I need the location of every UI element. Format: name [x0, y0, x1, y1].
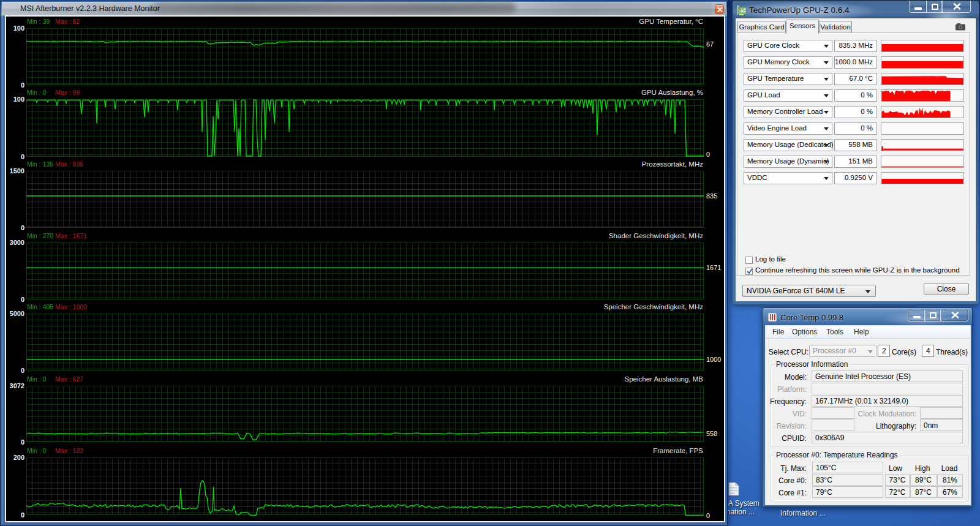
svg-text:3072: 3072	[10, 382, 24, 389]
svg-text:0: 0	[21, 367, 24, 374]
svg-text:0: 0	[706, 512, 710, 519]
svg-text:Min : 405: Min : 405	[27, 303, 53, 310]
svg-text:Min : 39: Min : 39	[27, 18, 50, 25]
svg-text:Min : 135: Min : 135	[27, 160, 53, 168]
svg-text:Prozessortakt, MHz: Prozessortakt, MHz	[642, 160, 704, 168]
svg-text:1671: 1671	[706, 264, 721, 271]
svg-text:Min : 270: Min : 270	[27, 232, 53, 239]
svg-text:Min : 0: Min : 0	[27, 447, 47, 454]
svg-text:0: 0	[706, 151, 710, 158]
svg-text:Max : 835: Max : 835	[55, 160, 83, 168]
svg-text:5000: 5000	[10, 310, 24, 317]
svg-text:0: 0	[21, 511, 24, 519]
svg-text:Max : 1000: Max : 1000	[55, 303, 87, 310]
svg-text:0: 0	[21, 81, 24, 89]
svg-text:Framerate, FPS: Framerate, FPS	[653, 447, 703, 454]
svg-text:Shader Geschwindigkeit, MHz: Shader Geschwindigkeit, MHz	[609, 232, 703, 239]
svg-text:100: 100	[13, 24, 24, 32]
svg-text:Speicher Geschwindigkeit, MHz: Speicher Geschwindigkeit, MHz	[604, 303, 704, 310]
svg-text:0: 0	[21, 153, 24, 160]
svg-text:Min : 0: Min : 0	[27, 89, 47, 96]
svg-text:835: 835	[706, 192, 717, 200]
svg-text:Max : 82: Max : 82	[55, 18, 80, 25]
svg-text:3000: 3000	[10, 239, 24, 246]
svg-text:Min : 0: Min : 0	[27, 375, 47, 383]
svg-text:200: 200	[13, 454, 24, 461]
svg-text:Max : 1671: Max : 1671	[55, 232, 87, 239]
svg-text:100: 100	[13, 96, 24, 103]
svg-text:1500: 1500	[10, 167, 24, 175]
svg-text:Max : 122: Max : 122	[55, 447, 83, 454]
svg-text:0: 0	[21, 224, 24, 231]
svg-text:Max : 99: Max : 99	[55, 89, 80, 96]
svg-text:67: 67	[706, 40, 714, 48]
svg-text:Max : 627: Max : 627	[55, 375, 83, 383]
svg-text:Speicher Auslastung, MB: Speicher Auslastung, MB	[625, 375, 704, 383]
svg-text:0: 0	[21, 296, 24, 303]
svg-text:1000: 1000	[706, 356, 721, 363]
svg-text:558: 558	[706, 430, 717, 437]
svg-text:GPU Auslastung, %: GPU Auslastung, %	[641, 89, 703, 96]
svg-text:GPU Temperatur, °C: GPU Temperatur, °C	[639, 18, 703, 25]
svg-text:0: 0	[21, 438, 24, 446]
